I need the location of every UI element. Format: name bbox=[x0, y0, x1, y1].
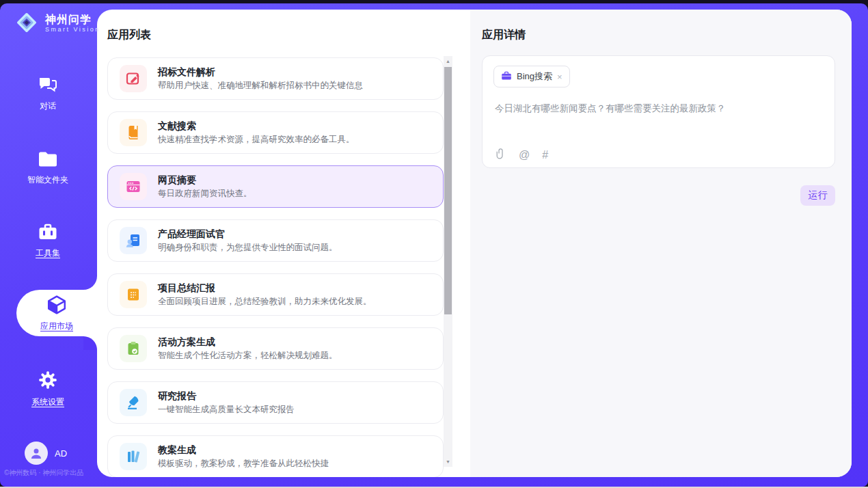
app-list-scrollbar[interactable]: ▲ ▼ bbox=[444, 56, 452, 467]
app-card-literature-search[interactable]: 文献搜索 快速精准查找学术资源，提高研究效率的必备工具。 bbox=[107, 111, 444, 154]
app-card-desc: 全面回顾项目进展，总结经验教训，助力未来优化发展。 bbox=[158, 296, 372, 308]
bubble-concave-corner-top bbox=[83, 276, 97, 290]
bubble-concave-corner-bottom bbox=[83, 336, 97, 350]
brand-logo: 神州问学 Smart Vision bbox=[14, 10, 100, 38]
cube-icon bbox=[46, 295, 67, 318]
summary-note-icon bbox=[120, 281, 147, 308]
scrollbar-thumb[interactable] bbox=[444, 67, 452, 314]
app-card-name: 研究报告 bbox=[158, 390, 295, 402]
app-card-research-report[interactable]: 研究报告 一键智能生成高质量长文本研究报告 bbox=[107, 381, 444, 424]
app-card-name: 产品经理面试官 bbox=[158, 228, 338, 240]
prompt-text-input[interactable]: 今日湖北有哪些新闻要点？有哪些需要关注的最新政策？ bbox=[495, 103, 821, 115]
sidebar-item-settings[interactable]: 系统设置 bbox=[0, 370, 96, 408]
app-card-desc: 明确身份和职责，为您提供专业性的面试问题。 bbox=[158, 242, 338, 254]
brand-subtitle: Smart Vision bbox=[45, 26, 100, 34]
app-detail-title: 应用详情 bbox=[482, 28, 526, 42]
app-list-title: 应用列表 bbox=[107, 28, 151, 42]
prompt-toolbar: @ # bbox=[495, 147, 548, 163]
bid-doc-icon bbox=[120, 65, 147, 92]
chat-icon bbox=[38, 75, 58, 97]
app-card-desc: 快速精准查找学术资源，提高研究效率的必备工具。 bbox=[158, 134, 355, 146]
plan-clipboard-icon bbox=[120, 335, 147, 362]
brand-title: 神州问学 bbox=[45, 14, 100, 26]
brand-diamond-icon bbox=[14, 10, 40, 38]
briefcase-icon bbox=[501, 70, 512, 83]
sidebar-item-label: 应用市场 bbox=[40, 321, 73, 332]
tool-chip-label: Bing搜索 bbox=[517, 70, 552, 83]
app-card-lesson-plan[interactable]: 教案生成 模板驱动，教案秒成，教学准备从此轻松快捷 bbox=[107, 435, 444, 477]
app-card-name: 文献搜索 bbox=[158, 120, 355, 132]
attachment-icon[interactable] bbox=[495, 147, 506, 163]
app-card-web-summary[interactable]: 网页摘要 每日政府新闻资讯快查。 bbox=[107, 165, 444, 208]
book-icon bbox=[120, 119, 147, 146]
app-card-desc: 一键智能生成高质量长文本研究报告 bbox=[158, 404, 295, 416]
scrollbar-up-icon[interactable]: ▲ bbox=[444, 57, 452, 66]
main-content: 应用列表 招标文件解析 帮助用户快速、准确地理解和解析招标书中的关键信息 bbox=[97, 10, 852, 477]
app-card-name: 项目总结汇报 bbox=[158, 282, 372, 294]
scrollbar-down-icon[interactable]: ▼ bbox=[444, 457, 452, 466]
user-account[interactable]: AD bbox=[25, 442, 67, 465]
toolbox-icon bbox=[38, 223, 58, 244]
sidebar-item-app-market[interactable]: 应用市场 bbox=[16, 290, 97, 336]
user-avatar bbox=[25, 442, 48, 465]
app-card-bid-doc-parse[interactable]: 招标文件解析 帮助用户快速、准确地理解和解析招标书中的关键信息 bbox=[107, 57, 444, 100]
run-button[interactable]: 运行 bbox=[800, 185, 835, 206]
lesson-books-icon bbox=[120, 443, 147, 470]
report-quill-icon bbox=[120, 389, 147, 416]
user-name: AD bbox=[55, 448, 67, 459]
app-card-name: 活动方案生成 bbox=[158, 336, 338, 348]
web-summary-icon bbox=[120, 173, 147, 200]
sidebar-item-label: 智能文件夹 bbox=[27, 174, 68, 186]
app-window: 神州问学 Smart Vision 对话 智能文件夹 bbox=[0, 0, 868, 488]
app-card-desc: 每日政府新闻资讯快查。 bbox=[158, 188, 252, 200]
app-card-name: 网页摘要 bbox=[158, 174, 252, 186]
chip-close-icon[interactable]: × bbox=[557, 72, 562, 82]
sidebar-item-label: 系统设置 bbox=[31, 396, 64, 408]
app-card-desc: 智能生成个性化活动方案，轻松解决规划难题。 bbox=[158, 350, 338, 362]
sidebar-item-toolset[interactable]: 工具集 bbox=[0, 223, 96, 259]
folder-icon bbox=[38, 150, 58, 171]
prompt-editor-card[interactable]: Bing搜索 × 今日湖北有哪些新闻要点？有哪些需要关注的最新政策？ @ # bbox=[482, 55, 835, 168]
app-card-desc: 帮助用户快速、准确地理解和解析招标书中的关键信息 bbox=[158, 80, 363, 92]
app-card-pm-interviewer[interactable]: 产品经理面试官 明确身份和职责，为您提供专业性的面试问题。 bbox=[107, 219, 444, 262]
app-card-name: 招标文件解析 bbox=[158, 66, 363, 78]
gear-icon bbox=[38, 370, 58, 393]
app-card-name: 教案生成 bbox=[158, 444, 329, 456]
app-list: 招标文件解析 帮助用户快速、准确地理解和解析招标书中的关键信息 文献搜索 快速精… bbox=[107, 57, 444, 477]
app-card-project-summary[interactable]: 项目总结汇报 全面回顾项目进展，总结经验教训，助力未来优化发展。 bbox=[107, 273, 444, 316]
hash-icon[interactable]: # bbox=[542, 150, 548, 161]
interview-icon bbox=[120, 227, 147, 254]
app-card-event-plan[interactable]: 活动方案生成 智能生成个性化活动方案，轻松解决规划难题。 bbox=[107, 327, 444, 370]
sidebar-item-label: 工具集 bbox=[36, 247, 60, 259]
tool-chip-bing-search[interactable]: Bing搜索 × bbox=[493, 66, 570, 87]
sidebar-item-chat[interactable]: 对话 bbox=[0, 75, 96, 112]
sidebar-item-label: 对话 bbox=[40, 100, 56, 112]
copyright-text: ©神州数码 · 神州问学出品 bbox=[4, 468, 97, 478]
app-detail-panel: 应用详情 Bing搜索 × 今日湖北有哪些新闻要点？有哪些需要关注的最新政策？ bbox=[470, 10, 852, 477]
mention-icon[interactable]: @ bbox=[519, 150, 530, 161]
app-card-desc: 模板驱动，教案秒成，教学准备从此轻松快捷 bbox=[158, 458, 329, 470]
sidebar-item-smart-folder[interactable]: 智能文件夹 bbox=[0, 150, 96, 186]
